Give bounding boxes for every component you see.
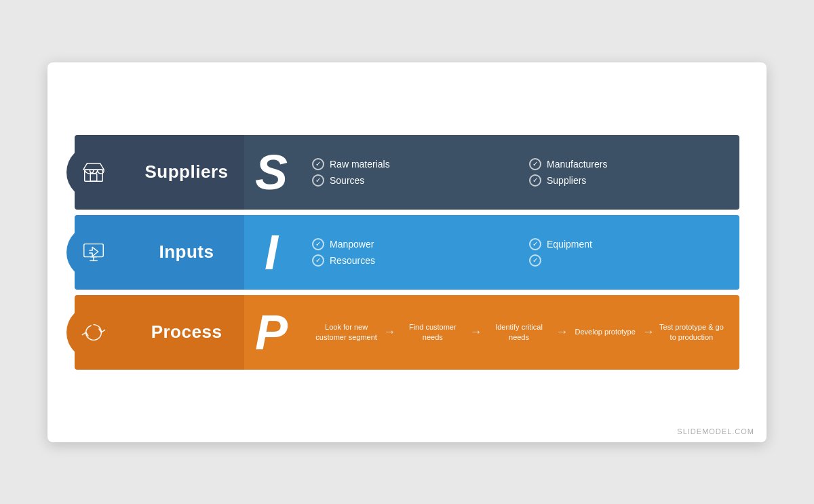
- inputs-letter-cell: I: [244, 215, 298, 290]
- inputs-letter: I: [265, 228, 278, 277]
- slide: Suppliers S Raw materials Manufacturers: [47, 62, 767, 442]
- check-item: Suppliers: [529, 174, 726, 187]
- step-text: Develop prototype: [575, 327, 636, 336]
- suppliers-row: Suppliers S Raw materials Manufacturers: [75, 135, 739, 210]
- process-row: Process P Look for new customer segment …: [75, 295, 739, 370]
- suppliers-letter-cell: S: [244, 135, 298, 210]
- check-item: Manufacturers: [529, 158, 726, 170]
- check-item: Equipment: [529, 238, 726, 250]
- arrow-icon-3: →: [556, 325, 568, 339]
- suppliers-label: Suppliers: [145, 161, 229, 182]
- check-label: Sources: [330, 175, 364, 186]
- check-label: Suppliers: [547, 175, 586, 186]
- process-letter-cell: P: [244, 295, 298, 370]
- inputs-row: Inputs I Manpower Equipment: [75, 215, 739, 290]
- process-steps: Look for new customer segment → Find cus…: [312, 322, 726, 342]
- check-icon: [312, 174, 324, 187]
- suppliers-icon: [66, 145, 121, 199]
- check-icon: [529, 238, 541, 250]
- step-text: Look for new customer segment: [312, 322, 381, 342]
- svg-rect-1: [90, 173, 97, 180]
- inputs-label: Inputs: [159, 241, 214, 263]
- process-step-1: Look for new customer segment: [312, 322, 381, 342]
- check-label: Manpower: [330, 239, 374, 250]
- check-icon: [312, 254, 324, 267]
- process-content: Look for new customer segment → Find cus…: [298, 295, 739, 370]
- inputs-checklist: Manpower Equipment Resources: [312, 238, 726, 267]
- check-icon: [529, 158, 541, 170]
- check-item: Raw materials: [312, 158, 509, 170]
- check-label: Equipment: [547, 239, 592, 250]
- check-icon: [529, 254, 541, 267]
- arrow-icon-2: →: [469, 325, 482, 339]
- process-step-2: Find customer needs: [398, 322, 467, 342]
- process-step-4: Develop prototype: [571, 327, 640, 336]
- process-step-3: Identify critical needs: [484, 322, 553, 342]
- check-item: Resources: [312, 254, 509, 267]
- check-icon: [312, 238, 324, 250]
- rows-container: Suppliers S Raw materials Manufacturers: [47, 62, 767, 442]
- step-text: Test prototype & go to production: [657, 322, 726, 342]
- check-label: Manufacturers: [547, 159, 607, 170]
- watermark: SLIDEMODEL.COM: [677, 427, 754, 435]
- step-text: Find customer needs: [398, 322, 467, 342]
- process-icon: [66, 305, 121, 360]
- check-icon: [312, 158, 324, 170]
- arrow-icon-1: →: [383, 325, 395, 339]
- inputs-icon: [66, 225, 121, 279]
- check-label: Raw materials: [330, 159, 390, 170]
- process-step-5: Test prototype & go to production: [657, 322, 726, 342]
- check-item: [529, 254, 726, 267]
- check-icon: [529, 174, 541, 187]
- suppliers-letter: S: [255, 148, 288, 197]
- suppliers-checklist: Raw materials Manufacturers Sources Supp…: [312, 158, 726, 187]
- arrow-icon-4: →: [642, 325, 655, 339]
- process-label: Process: [151, 322, 222, 343]
- step-text: Identify critical needs: [484, 322, 553, 342]
- check-item: Manpower: [312, 238, 509, 250]
- check-label: Resources: [330, 255, 375, 266]
- inputs-content: Manpower Equipment Resources: [298, 215, 739, 290]
- process-letter: P: [255, 308, 288, 357]
- check-item: Sources: [312, 174, 509, 187]
- suppliers-content: Raw materials Manufacturers Sources Supp…: [298, 135, 739, 210]
